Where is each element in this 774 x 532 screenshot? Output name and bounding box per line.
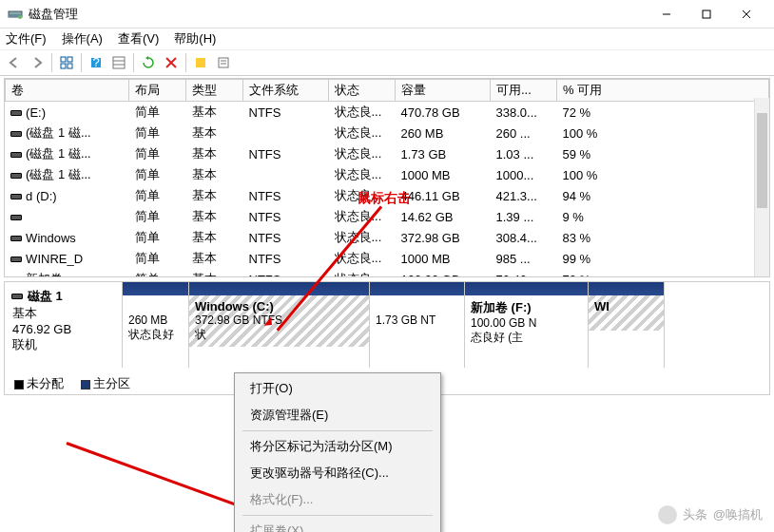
table-row[interactable]: Windows简单基本NTFS状态良...372.98 GB308.4...83… (6, 227, 769, 248)
table-row[interactable]: WINRE_D简单基本NTFS状态良...1000 MB985 ...99 % (6, 248, 769, 269)
legend: 未分配 主分区 (10, 373, 134, 394)
partition-block[interactable]: 260 MB状态良好 (123, 282, 189, 368)
ctx-mark-active[interactable]: 将分区标记为活动分区(M) (237, 433, 438, 460)
help-icon[interactable]: ? (86, 52, 106, 73)
col-status[interactable]: 状态 (329, 80, 396, 102)
svg-text:?: ? (92, 56, 99, 69)
table-header-row: 卷 布局 类型 文件系统 状态 容量 可用... % 可用 (6, 80, 769, 102)
menu-file[interactable]: 文件(F) (6, 30, 47, 48)
col-pct[interactable]: % 可用 (557, 80, 769, 102)
partition-block[interactable]: WI (589, 282, 665, 368)
title-bar: 磁盘管理 (0, 0, 774, 28)
vertical-scrollbar[interactable] (754, 98, 769, 276)
legend-primary: 主分区 (93, 376, 130, 390)
ctx-explorer[interactable]: 资源管理器(E) (237, 402, 438, 428)
col-type[interactable]: 类型 (186, 80, 243, 102)
context-menu: 打开(O) 资源管理器(E) 将分区标记为活动分区(M) 更改驱动器号和路径(C… (234, 372, 441, 532)
refresh-icon[interactable] (138, 52, 159, 73)
table-row[interactable]: 简单基本NTFS状态良...14.62 GB1.39 ...9 % (6, 206, 769, 227)
table-row[interactable]: (E:)简单基本NTFS状态良...470.78 GB338.0...72 % (6, 102, 769, 124)
close-button[interactable] (726, 1, 766, 28)
svg-point-2 (18, 15, 22, 19)
disk-state: 联机 (12, 336, 114, 353)
minimize-button[interactable] (647, 1, 687, 28)
disk-label-pane[interactable]: 磁盘 1 基本 476.92 GB 联机 (5, 282, 123, 368)
menu-help[interactable]: 帮助(H) (174, 30, 216, 48)
disk-name: 磁盘 1 (28, 288, 63, 305)
table-row[interactable]: (磁盘 1 磁...简单基本状态良...1000 MB1000...100 % (6, 164, 769, 185)
legend-unallocated: 未分配 (27, 376, 64, 390)
footer-right: @唤搞机 (713, 506, 763, 523)
volume-list[interactable]: 卷 布局 类型 文件系统 状态 容量 可用... % 可用 (E:)简单基本NT… (4, 78, 770, 277)
window-title: 磁盘管理 (29, 6, 647, 23)
menu-action[interactable]: 操作(A) (62, 30, 103, 48)
forward-icon[interactable] (27, 52, 48, 73)
table-row[interactable]: 新加卷简单基本NTFS状态良...100.00 GB70.40...70 % (6, 269, 769, 277)
ctx-change-letter[interactable]: 更改驱动器号和路径(C)... (237, 460, 438, 486)
svg-rect-13 (113, 57, 125, 68)
svg-rect-9 (61, 64, 66, 68)
col-cap[interactable]: 容量 (396, 80, 491, 102)
grid-icon[interactable] (56, 52, 77, 73)
maximize-button[interactable] (687, 1, 726, 28)
back-icon[interactable] (4, 52, 25, 73)
svg-rect-7 (61, 57, 66, 62)
annotation-rightclick: 鼠标右击 (358, 190, 411, 207)
ctx-open[interactable]: 打开(O) (237, 375, 438, 402)
logo-icon (658, 505, 677, 524)
partition-block[interactable]: 新加卷 (F:)100.00 GB N态良好 (主 (465, 282, 589, 368)
app-icon (8, 7, 23, 22)
ctx-format[interactable]: 格式化(F)... (237, 486, 438, 513)
col-volume[interactable]: 卷 (6, 80, 129, 102)
col-fs[interactable]: 文件系统 (243, 80, 329, 102)
svg-rect-19 (219, 58, 228, 67)
table-row[interactable]: (磁盘 1 磁...简单基本状态良...260 MB260 ...100 % (6, 123, 769, 143)
delete-icon[interactable] (161, 52, 182, 73)
svg-rect-18 (196, 58, 205, 67)
ctx-extend[interactable]: 扩展卷(X)... (237, 518, 438, 532)
footer-left: 头条 (683, 506, 707, 523)
footer-watermark: 头条 @唤搞机 (658, 505, 763, 524)
menu-bar: 文件(F) 操作(A) 查看(V) 帮助(H) (0, 28, 774, 49)
partition-block[interactable]: 1.73 GB NT (370, 282, 465, 368)
col-layout[interactable]: 布局 (129, 80, 186, 102)
menu-view[interactable]: 查看(V) (118, 30, 159, 48)
svg-rect-10 (68, 64, 72, 68)
svg-rect-4 (703, 10, 710, 18)
table-row[interactable]: (磁盘 1 磁...简单基本NTFS状态良...1.73 GB1.03 ...5… (6, 143, 769, 164)
svg-rect-8 (68, 57, 72, 62)
settings-icon[interactable] (190, 52, 211, 73)
col-free[interactable]: 可用... (491, 80, 557, 102)
disk-size: 476.92 GB (12, 322, 114, 336)
list-icon[interactable] (108, 52, 129, 73)
disk-type: 基本 (12, 305, 114, 322)
props-icon[interactable] (213, 52, 234, 73)
toolbar: ? (0, 49, 774, 76)
